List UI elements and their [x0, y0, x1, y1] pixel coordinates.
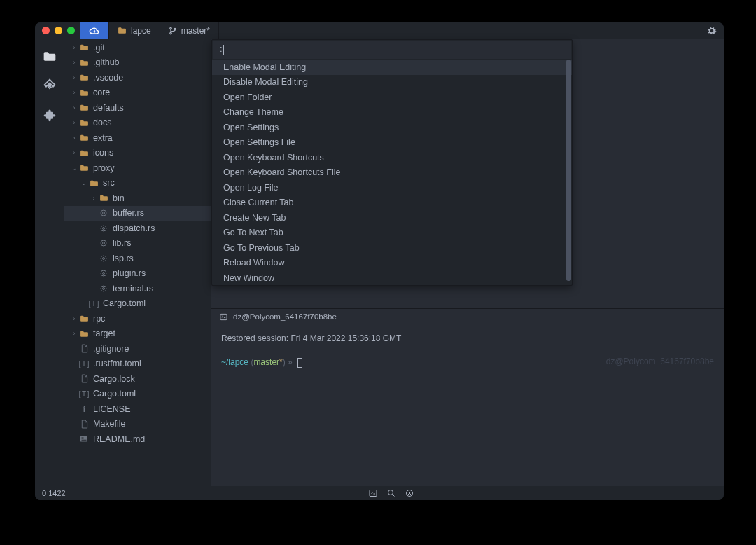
folder-icon: [78, 43, 90, 51]
window-body: ›.git›.github›.vscode›core›defaults›docs…: [35, 39, 724, 486]
tree-row[interactable]: Cargo.lock: [64, 371, 211, 387]
tree-row[interactable]: [T]Cargo.toml: [64, 296, 211, 312]
tree-row[interactable]: [T]Cargo.toml: [64, 387, 211, 402]
terminal-tab-header[interactable]: dz@Polycom_64167f70b8be: [211, 309, 724, 324]
palette-item[interactable]: Open Log File: [212, 180, 572, 195]
title-tabs: lapce master*: [80, 22, 219, 39]
terminal-title: dz@Polycom_64167f70b8be: [233, 312, 337, 321]
palette-item[interactable]: Open Settings: [212, 120, 572, 135]
svg-point-13: [103, 272, 105, 275]
svg-point-15: [103, 287, 105, 289]
prompt-path: ~/lapce: [221, 357, 248, 367]
file-icon: [78, 374, 90, 383]
tree-item-label: .github: [93, 57, 120, 67]
tree-item-label: Cargo.lock: [93, 374, 135, 384]
tab-remote[interactable]: [80, 22, 109, 39]
palette-item[interactable]: Go To Previous Tab: [212, 240, 572, 256]
palette-item[interactable]: Disable Modal Editing: [212, 75, 572, 90]
palette-item[interactable]: New Window: [212, 270, 572, 285]
status-terminal-icon[interactable]: [369, 489, 377, 497]
tree-row[interactable]: plugin.rs: [64, 266, 211, 282]
tab-project-label: lapce: [131, 26, 151, 36]
folder-icon: [78, 134, 90, 142]
palette-item[interactable]: Change Theme: [212, 105, 572, 120]
palette-item[interactable]: Open Settings File: [212, 135, 572, 151]
svg-point-14: [101, 286, 106, 291]
palette-scrollbar[interactable]: [566, 60, 571, 281]
palette-item[interactable]: Create New Tab: [212, 210, 572, 226]
tree-row[interactable]: lsp.rs: [64, 251, 211, 266]
tree-row[interactable]: buffer.rs: [64, 206, 211, 221]
tree-row[interactable]: .gitignore: [64, 341, 211, 357]
folder-icon: [78, 164, 90, 172]
tree-row[interactable]: ›core: [64, 85, 211, 101]
palette-item[interactable]: Open Keyboard Shortcuts: [212, 150, 572, 165]
palette-item[interactable]: Open Folder: [212, 90, 572, 105]
svg-rect-21: [370, 490, 377, 497]
app-window: lapce master* ›.git: [35, 22, 724, 500]
cloud-workspace-icon: [89, 27, 100, 35]
tree-item-label: dispatch.rs: [113, 223, 155, 233]
rust-icon: [98, 224, 109, 233]
palette-item[interactable]: Enable Modal Editing: [212, 60, 572, 75]
explorer-icon[interactable]: [42, 48, 57, 64]
file-explorer[interactable]: ›.git›.github›.vscode›core›defaults›docs…: [64, 39, 211, 486]
tree-row[interactable]: terminal.rs: [64, 281, 211, 296]
tree-item-label: plugin.rs: [113, 268, 146, 278]
svg-point-7: [103, 227, 105, 229]
tree-row[interactable]: Makefile: [64, 417, 211, 432]
palette-item[interactable]: Reload Window: [212, 256, 572, 271]
folder-icon: [118, 27, 127, 34]
main-area: : Enable Modal EditingDisable Modal Edit…: [211, 39, 724, 486]
command-palette-input[interactable]: :: [213, 41, 571, 59]
tree-item-label: rpc: [93, 314, 105, 324]
file-icon: [78, 344, 90, 353]
terminal-icon: [220, 313, 227, 321]
tree-item-label: icons: [93, 148, 113, 158]
tree-row[interactable]: ⌄src: [64, 176, 211, 191]
extensions-icon[interactable]: [42, 107, 57, 123]
source-control-icon[interactable]: [42, 78, 57, 93]
status-error-icon[interactable]: [405, 489, 414, 497]
editor-area[interactable]: : Enable Modal EditingDisable Modal Edit…: [211, 39, 724, 308]
tree-row[interactable]: ›bin: [64, 191, 211, 206]
settings-gear-icon[interactable]: [707, 26, 717, 36]
tree-row[interactable]: ›defaults: [64, 100, 211, 116]
tree-row[interactable]: ›rpc: [64, 311, 211, 326]
command-palette-list: Enable Modal EditingDisable Modal Editin…: [212, 60, 572, 285]
tree-row[interactable]: [T].rustfmt.toml: [64, 357, 211, 372]
prompt-arrow: »: [288, 357, 293, 367]
tree-row[interactable]: ›docs: [64, 116, 211, 131]
svg-point-5: [103, 212, 105, 214]
folder-icon: [78, 89, 90, 97]
tree-row[interactable]: ›.vscode: [64, 70, 211, 85]
maximize-window-button[interactable]: [67, 27, 75, 34]
palette-item[interactable]: Close Current Tab: [212, 195, 572, 211]
tree-row[interactable]: dispatch.rs: [64, 221, 211, 236]
minimize-window-button[interactable]: [55, 27, 62, 34]
tree-row[interactable]: ›target: [64, 326, 211, 342]
terminal-body[interactable]: Restored session: Fri 4 Mar 2022 15:36:1…: [211, 324, 724, 486]
status-search-icon[interactable]: [387, 489, 396, 497]
tab-project[interactable]: lapce: [109, 22, 160, 39]
palette-item[interactable]: Go To Next Tab: [212, 226, 572, 241]
close-window-button[interactable]: [42, 27, 50, 34]
svg-point-10: [101, 256, 106, 261]
tab-git-branch[interactable]: master*: [160, 22, 219, 39]
tree-row[interactable]: ›extra: [64, 130, 211, 146]
tree-row[interactable]: ›icons: [64, 146, 211, 161]
tree-row[interactable]: lib.rs: [64, 236, 211, 251]
palette-item[interactable]: Open Keyboard Shortcuts File: [212, 165, 572, 181]
svg-point-3: [49, 85, 51, 87]
rust-icon: [98, 209, 109, 217]
tree-row[interactable]: ›.git: [64, 40, 211, 55]
tree-row[interactable]: ⌄proxy: [64, 160, 211, 176]
tree-row[interactable]: README.md: [64, 432, 211, 447]
tree-row[interactable]: LICENSE: [64, 401, 211, 417]
svg-point-4: [101, 210, 106, 216]
command-palette: : Enable Modal EditingDisable Modal Edit…: [211, 39, 573, 286]
svg-rect-17: [82, 438, 84, 439]
rust-icon: [98, 254, 109, 263]
status-problems[interactable]: 0 1422: [42, 489, 66, 497]
tree-row[interactable]: ›.github: [64, 55, 211, 71]
